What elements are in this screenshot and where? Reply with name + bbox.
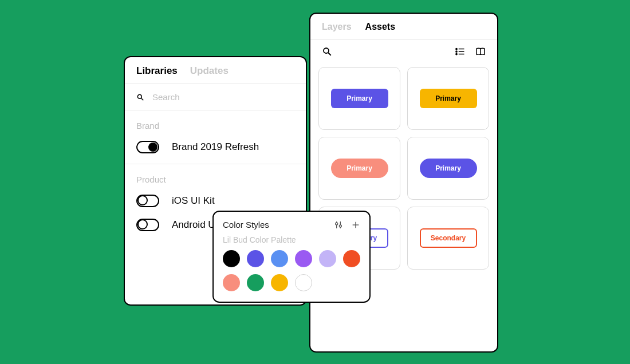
svg-point-12: [336, 223, 338, 225]
library-name: Android UI: [172, 219, 218, 231]
library-row-brand: Brand 2019 Refresh: [125, 135, 306, 159]
style-settings-icon[interactable]: [334, 220, 343, 230]
tab-layers[interactable]: Layers: [322, 22, 352, 32]
search-placeholder: Search: [152, 92, 180, 102]
color-swatch[interactable]: [271, 250, 288, 267]
add-style-icon[interactable]: [351, 220, 360, 230]
color-swatch[interactable]: [223, 274, 240, 291]
svg-point-0: [324, 48, 329, 53]
asset-card[interactable]: Primary: [318, 137, 400, 200]
list-view-icon[interactable]: [455, 46, 465, 57]
search-icon: [136, 93, 144, 101]
asset-card[interactable]: Secondary: [407, 207, 489, 270]
tab-libraries[interactable]: Libraries: [136, 65, 178, 77]
swatch-list: [223, 250, 360, 291]
color-swatch[interactable]: [271, 274, 288, 291]
tab-assets[interactable]: Assets: [365, 22, 395, 32]
color-swatch[interactable]: [223, 250, 240, 267]
library-row-ios: iOS UI Kit: [125, 189, 306, 213]
assets-toolbar: [310, 39, 497, 64]
assets-tabs: Layers Assets: [310, 14, 497, 39]
library-name: Brand 2019 Refresh: [172, 141, 259, 153]
toggle-ios-ui[interactable]: [136, 195, 159, 207]
section-brand-label: Brand: [125, 110, 306, 135]
palette-name: Lil Bud Color Palette: [223, 235, 360, 244]
svg-line-10: [141, 98, 144, 100]
color-swatch[interactable]: [343, 250, 360, 267]
asset-card[interactable]: Primary: [407, 67, 489, 130]
svg-point-2: [456, 48, 457, 49]
component-button: Primary: [331, 89, 388, 108]
svg-point-6: [456, 53, 457, 54]
toggle-brand-refresh[interactable]: [136, 141, 159, 153]
libraries-search[interactable]: Search: [125, 84, 306, 110]
color-swatch[interactable]: [295, 250, 312, 267]
color-swatch[interactable]: [319, 250, 336, 267]
section-product-label: Product: [125, 164, 306, 189]
component-button: Primary: [420, 159, 477, 178]
svg-point-9: [137, 94, 141, 98]
libraries-tabs: Libraries Updates: [125, 57, 306, 84]
color-swatch[interactable]: [295, 274, 312, 291]
toggle-android-ui[interactable]: [136, 219, 159, 231]
svg-point-4: [456, 51, 457, 52]
library-book-icon[interactable]: [475, 46, 486, 57]
library-name: iOS UI Kit: [172, 195, 215, 207]
component-button: Primary: [420, 89, 477, 108]
color-styles-popover: Color Styles Lil Bud Color Palette: [212, 211, 371, 303]
component-button: Primary: [331, 159, 388, 178]
color-swatch[interactable]: [247, 274, 264, 291]
svg-point-14: [339, 225, 341, 227]
asset-card[interactable]: Primary: [318, 67, 400, 130]
svg-line-1: [328, 53, 331, 56]
asset-card[interactable]: Primary: [407, 137, 489, 200]
tab-updates[interactable]: Updates: [190, 65, 229, 77]
color-styles-title: Color Styles: [223, 220, 269, 230]
search-icon[interactable]: [322, 46, 332, 57]
component-button: Secondary: [420, 228, 477, 248]
color-swatch[interactable]: [247, 250, 264, 267]
